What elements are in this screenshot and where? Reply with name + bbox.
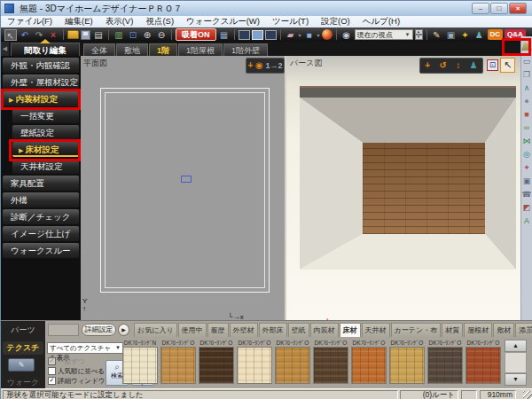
target-icon[interactable]: ◎ — [520, 149, 532, 160]
move-object-icon[interactable]: ▣ — [520, 176, 532, 186]
material-swatch[interactable] — [466, 347, 501, 384]
material-item[interactable]: DKﾌﾛｰﾘﾝｸﾞO — [427, 340, 463, 384]
material-item[interactable]: DKﾌﾛｰﾘﾝｸﾞO — [313, 340, 348, 384]
updown-icon[interactable]: ↕ — [456, 60, 460, 71]
sidebar-item[interactable]: 外観・内観確認 — [3, 58, 79, 73]
snap-on-button[interactable]: 吸着ON — [176, 28, 216, 41]
material-category-tab[interactable]: 外壁材 — [230, 323, 258, 337]
floor-tab[interactable]: 1階屋根 — [178, 43, 223, 56]
window-display-icon[interactable]: ▭ — [520, 56, 532, 66]
layout-plan-icon[interactable] — [239, 30, 250, 40]
camera-icon[interactable]: ◉ — [340, 29, 353, 41]
text-tool-icon[interactable]: A — [520, 215, 532, 226]
menu-item[interactable]: 設定(O) — [315, 16, 356, 27]
select-cursor-icon[interactable]: ↖ — [500, 58, 515, 73]
image-export-icon[interactable]: ▥ — [113, 29, 125, 41]
close-button[interactable]: × — [509, 3, 527, 14]
phone-icon[interactable]: ☎ — [520, 189, 532, 200]
detail-settings-button[interactable]: 詳細設定 — [82, 324, 116, 336]
mirror-icon[interactable]: ⋈ — [520, 136, 532, 146]
scroll-track[interactable] — [505, 352, 527, 373]
material-swatch[interactable] — [427, 347, 463, 384]
floor-tab[interactable]: 全体 — [83, 43, 115, 56]
material-item[interactable]: DKﾌﾛｰﾘﾝｸﾞO — [466, 340, 501, 384]
layout-split-icon[interactable] — [252, 30, 263, 40]
grid-icon[interactable]: ▦ — [218, 29, 231, 41]
checkbox-box[interactable] — [48, 377, 56, 385]
minimize-button[interactable]: – — [472, 3, 489, 14]
layout-3d-icon[interactable] — [265, 30, 277, 40]
menu-item[interactable]: ツール(T) — [266, 16, 315, 27]
material-category-tab[interactable]: 履歴 — [207, 323, 229, 337]
material-category-tab[interactable]: 材質 — [442, 323, 463, 337]
material-category-tab[interactable]: 外部床 — [259, 323, 287, 337]
pen-icon[interactable]: ✎ — [431, 29, 443, 41]
perspective-view[interactable]: パース図 + ↺ ↕ ♟ ⊡ ↖ ↑Y — [286, 56, 520, 320]
stamp-icon[interactable]: ◩ — [520, 202, 532, 213]
floor-tab[interactable]: 1階 — [149, 43, 177, 56]
material-swatch[interactable] — [351, 347, 387, 384]
material-swatch[interactable] — [275, 347, 310, 384]
panel-icon[interactable]: ▣ — [445, 29, 458, 41]
material-item[interactable]: DKﾌﾛｰﾘﾝｸﾞN — [122, 340, 158, 384]
material-category-tab[interactable]: 使用中 — [178, 323, 207, 337]
sidebar-item[interactable]: ウォークスルー — [3, 243, 79, 258]
tab-walk[interactable]: ウォーク — [3, 376, 43, 389]
sphere-icon[interactable]: ● — [520, 96, 532, 106]
zoom-in-icon[interactable]: ⊕ — [141, 29, 153, 41]
viewpoint-spinner[interactable]: ▲▼ — [415, 29, 423, 40]
material-category-tab[interactable]: お気に入り — [134, 323, 177, 337]
sidebar-item[interactable]: 外壁・屋根材設定 — [3, 74, 79, 90]
sidebar-item[interactable]: ▶床材設定 — [12, 142, 79, 157]
material-category-tab[interactable]: 床材 — [340, 323, 361, 337]
material-category-tab[interactable]: 天井材 — [362, 323, 390, 337]
camera-pan-icon[interactable]: ◉ — [255, 60, 263, 71]
menu-item[interactable]: ファイル(F) — [1, 16, 59, 27]
print-icon[interactable]: ▤ — [92, 29, 105, 41]
viewpoint-select[interactable]: 現在の視点 ▼ — [355, 29, 413, 40]
sidebar-item[interactable]: 外構 — [3, 192, 79, 207]
material-item[interactable]: DKﾌﾛｰﾘﾝｸﾞO — [389, 340, 425, 384]
binoculars-icon[interactable]: ∞ — [520, 122, 532, 133]
eraser-icon[interactable]: ▰ — [285, 29, 297, 41]
tab-parts[interactable]: パーツ — [3, 324, 43, 337]
floor-tab[interactable]: 敷地 — [116, 43, 148, 56]
palette-button[interactable]: ✎ — [8, 358, 35, 372]
dropdown-caret-icon[interactable]: ▾ — [299, 32, 301, 38]
sidebar-item[interactable]: イメージ仕上げ — [3, 226, 79, 241]
material-swatch[interactable] — [199, 347, 234, 384]
material-swatch[interactable] — [389, 347, 425, 384]
select-tool-icon[interactable]: ↖ — [4, 29, 17, 41]
sidebar-item[interactable]: 家具配置 — [3, 176, 79, 191]
material-item[interactable]: DKﾌﾛｰﾘﾝｸﾞO — [351, 340, 387, 384]
material-category-tab[interactable]: 添景 — [515, 323, 532, 337]
material-category-tab[interactable]: カーテン・布 — [391, 323, 442, 337]
texture-filter-select[interactable]: すべてのテクスチャを表示 ▼ — [47, 342, 123, 354]
light-icon[interactable]: ✦ — [459, 29, 472, 41]
dropdown-caret-icon[interactable]: ▾ — [317, 32, 320, 38]
checkbox[interactable]: 人気順に並べる — [48, 366, 105, 376]
pan-icon[interactable]: + — [425, 60, 430, 71]
rotate-icon[interactable]: ↺ — [440, 60, 447, 71]
plan-view[interactable]: 平面図 + ◉ 1→2 Y↑ └→x — [81, 56, 285, 320]
material-category-tab[interactable]: 敷材 — [493, 323, 514, 337]
walkthrough-icon[interactable]: ♟ — [473, 29, 486, 41]
menu-item[interactable]: 視点(S) — [139, 16, 180, 27]
room-wood-floor[interactable] — [363, 143, 485, 234]
chevron-up-icon[interactable]: ∧ — [520, 82, 532, 93]
render-icon[interactable] — [322, 29, 332, 40]
zoom-out-icon[interactable]: ⊖ — [155, 29, 168, 41]
open-file-icon[interactable] — [67, 30, 79, 39]
maximize-button[interactable]: □ — [490, 3, 508, 14]
scroll-down-button[interactable]: ▼ — [505, 373, 527, 386]
save-icon[interactable] — [81, 30, 90, 40]
material-swatch[interactable] — [160, 347, 196, 384]
scroll-left-button[interactable]: ◀ — [1, 42, 9, 56]
sidebar-item[interactable]: 一括変更 — [12, 108, 79, 123]
walkthrough-person-icon[interactable]: ♟ — [470, 60, 478, 71]
sidebar-item[interactable]: 壁紙設定 — [12, 125, 79, 140]
checkbox-box[interactable] — [48, 357, 56, 365]
material-item[interactable]: DKﾌﾛｰﾘﾝｸﾞO — [160, 340, 196, 384]
material-category-tab[interactable]: 内装材 — [310, 323, 339, 337]
pan-icon[interactable]: + — [247, 60, 253, 71]
